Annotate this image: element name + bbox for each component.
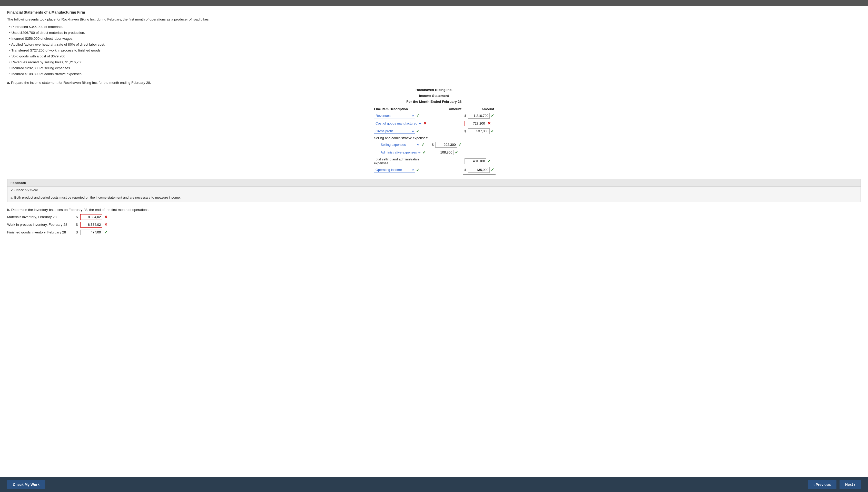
total-selling-amount-wrap: ✓ bbox=[465, 158, 494, 164]
admin-expenses-row: Administrative expenses ✓ ✓ bbox=[372, 149, 496, 156]
statement-table: Line Item Description Amount Amount Reve… bbox=[372, 106, 496, 174]
next-label: Next bbox=[845, 483, 853, 487]
bullet-9: Incurred $108,800 of administrative expe… bbox=[9, 71, 861, 77]
cost-of-goods-cross: ✕ bbox=[487, 121, 491, 126]
cost-of-goods-dropdown[interactable]: Cost of goods manufactured bbox=[374, 121, 422, 126]
main-content: Financial Statements of a Manufacturing … bbox=[0, 6, 868, 492]
income-statement: Rockhaven Biking Inc. Income Statement F… bbox=[372, 87, 496, 174]
bullet-5: Transferred $727,200 of work in process … bbox=[9, 48, 861, 53]
admin-expenses-label-check: ✓ bbox=[422, 150, 426, 155]
operating-income-dropdown[interactable]: Operating income bbox=[374, 167, 415, 172]
admin-expenses-input[interactable] bbox=[432, 150, 454, 155]
wip-inventory-label: Work in process inventory, February 28 bbox=[7, 223, 74, 226]
operating-income-check: ✓ bbox=[491, 167, 494, 172]
cost-of-goods-row: Cost of goods manufactured ✕ ✕ bbox=[372, 120, 496, 127]
revenues-dropdown-cell: Revenues ✓ bbox=[374, 113, 429, 118]
admin-expenses-col3 bbox=[463, 149, 496, 156]
revenues-label-check: ✓ bbox=[416, 113, 419, 118]
revenues-check: ✓ bbox=[491, 113, 494, 118]
selling-admin-label: Selling and administrative expenses: bbox=[372, 135, 496, 141]
revenues-label-cell: Revenues ✓ bbox=[372, 112, 430, 120]
total-selling-input[interactable] bbox=[465, 158, 486, 164]
wip-inventory-cross: ✕ bbox=[104, 222, 108, 227]
gross-profit-label-check: ✓ bbox=[416, 129, 419, 133]
feedback-header: Feedback bbox=[7, 179, 861, 187]
bullet-2: Used $296,700 of direct materials in pro… bbox=[9, 30, 861, 36]
bullet-8: Incurred $292,300 of selling expenses. bbox=[9, 65, 861, 71]
total-selling-label: Total selling and administrative expense… bbox=[372, 156, 430, 166]
statement-header: Rockhaven Biking Inc. Income Statement F… bbox=[372, 87, 496, 105]
materials-inventory-input[interactable] bbox=[80, 214, 102, 220]
admin-expenses-dropdown[interactable]: Administrative expenses bbox=[379, 150, 421, 155]
check-work-icon: ✓ bbox=[10, 188, 13, 192]
finished-goods-dollar: $ bbox=[76, 230, 78, 234]
selling-expenses-dropdown[interactable]: Selling expenses bbox=[379, 142, 420, 147]
next-button[interactable]: Next › bbox=[840, 480, 861, 489]
feedback-check-work: ✓ Check My Work bbox=[7, 187, 861, 195]
question-b-label: b. Determine the inventory balances on F… bbox=[7, 208, 861, 212]
wip-inventory-input[interactable] bbox=[80, 222, 102, 227]
question-a-label: a. Prepare the income statement for Rock… bbox=[7, 81, 861, 84]
admin-expenses-check: ✓ bbox=[455, 150, 458, 155]
cost-of-goods-input[interactable] bbox=[465, 121, 486, 126]
question-b-letter: b. bbox=[7, 208, 10, 212]
materials-dollar: $ bbox=[76, 215, 78, 219]
selling-expenses-label-check: ✓ bbox=[421, 142, 424, 147]
admin-expenses-label-cell: Administrative expenses ✓ bbox=[372, 149, 430, 156]
operating-income-amount-cell: $ ✓ bbox=[463, 166, 496, 174]
total-selling-row: Total selling and administrative expense… bbox=[372, 156, 496, 166]
intro-description: The following events took place for Rock… bbox=[7, 17, 861, 22]
bullet-4: Applied factory overhead at a rate of 80… bbox=[9, 42, 861, 48]
col2-header: Amount bbox=[430, 106, 463, 112]
operating-income-amount-wrap: $ ✓ bbox=[465, 167, 494, 173]
gross-profit-amount-col2: $ ✓ bbox=[463, 127, 496, 135]
gross-profit-input[interactable] bbox=[468, 128, 490, 134]
top-bar bbox=[0, 0, 868, 6]
total-selling-col1 bbox=[430, 156, 463, 166]
feedback-item-label: a. bbox=[10, 196, 13, 199]
question-a-letter: a. bbox=[7, 81, 10, 84]
selling-expenses-dropdown-cell: Selling expenses ✓ bbox=[374, 142, 429, 147]
operating-income-dollar: $ bbox=[465, 168, 466, 172]
finished-goods-input[interactable] bbox=[80, 229, 102, 235]
materials-inventory-label: Materials inventory, February 28 bbox=[7, 215, 74, 219]
bullet-list: Purchased $345,000 of materials. Used $2… bbox=[9, 24, 861, 77]
column-header-row: Line Item Description Amount Amount bbox=[372, 106, 496, 112]
revenues-amount-col1 bbox=[430, 112, 463, 120]
finished-goods-inventory-row: Finished goods inventory, February 28 $ … bbox=[7, 229, 861, 235]
nav-buttons: ‹ Previous Next › bbox=[808, 480, 861, 489]
gross-profit-dollar: $ bbox=[465, 129, 466, 133]
selling-expenses-col3 bbox=[463, 141, 496, 149]
revenues-amount-col2: $ ✓ bbox=[463, 112, 496, 120]
operating-income-row: Operating income ✓ $ ✓ bbox=[372, 166, 496, 174]
check-my-work-button[interactable]: Check My Work bbox=[7, 480, 45, 489]
wip-dollar: $ bbox=[76, 223, 78, 226]
chevron-left-icon: ‹ bbox=[813, 483, 815, 487]
materials-inventory-row: Materials inventory, February 28 $ ✕ bbox=[7, 214, 861, 220]
gross-profit-row: Gross profit ✓ $ ✓ bbox=[372, 127, 496, 135]
feedback-text: a. Both product and period costs must be… bbox=[7, 195, 861, 202]
bullet-7: Revenues earned by selling bikes, $1,216… bbox=[9, 59, 861, 65]
cost-of-goods-amount-col1 bbox=[430, 120, 463, 127]
selling-expenses-amount-cell: $ ✓ bbox=[432, 142, 462, 148]
total-selling-check: ✓ bbox=[487, 158, 491, 164]
finished-goods-label: Finished goods inventory, February 28 bbox=[7, 230, 74, 234]
bullet-1: Purchased $345,000 of materials. bbox=[9, 24, 861, 30]
statement-period: For the Month Ended February 28 bbox=[372, 99, 496, 105]
gross-profit-dropdown[interactable]: Gross profit bbox=[374, 129, 415, 134]
chevron-right-icon: › bbox=[854, 483, 855, 487]
check-work-text: Check My Work bbox=[14, 188, 38, 192]
cost-of-goods-amount-col2: ✕ bbox=[463, 120, 496, 127]
col3-header: Amount bbox=[463, 106, 496, 112]
selling-expenses-input[interactable] bbox=[435, 142, 457, 148]
gross-profit-amount-col1 bbox=[430, 127, 463, 135]
revenues-amount-cell: $ ✓ bbox=[465, 113, 494, 119]
operating-income-input[interactable] bbox=[468, 167, 490, 173]
operating-income-col1 bbox=[430, 166, 463, 174]
selling-expenses-row: Selling expenses ✓ $ ✓ bbox=[372, 141, 496, 149]
revenues-dropdown[interactable]: Revenues bbox=[374, 113, 415, 118]
feedback-item-text: Both product and period costs must be re… bbox=[14, 196, 181, 199]
revenues-input[interactable] bbox=[468, 113, 490, 119]
previous-button[interactable]: ‹ Previous bbox=[808, 480, 837, 489]
feedback-section: Feedback ✓ Check My Work a. Both product… bbox=[7, 179, 861, 202]
